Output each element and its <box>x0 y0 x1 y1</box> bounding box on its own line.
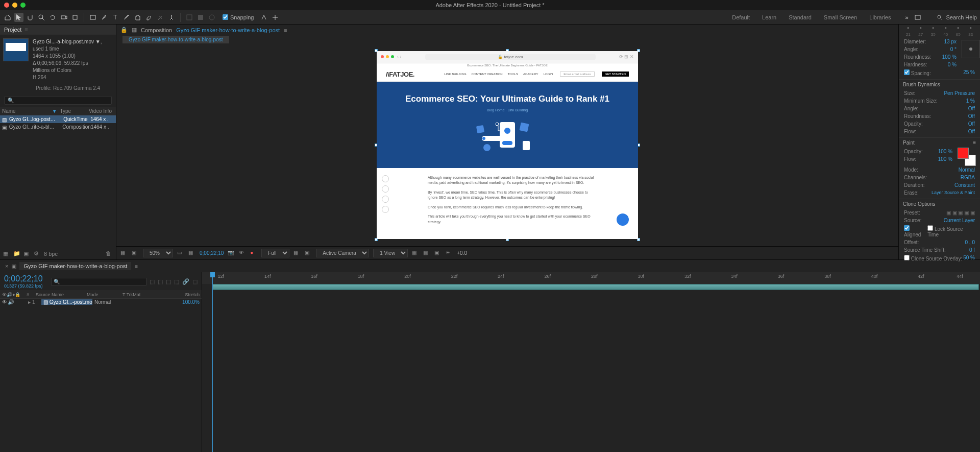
channel-icon[interactable]: ▦ <box>188 250 195 257</box>
col-type[interactable]: Type <box>60 108 89 114</box>
dyn-size-value[interactable]: Pen Pressure <box>944 90 975 96</box>
fast-preview-icon[interactable]: ▦ <box>412 250 419 257</box>
roi-icon[interactable]: ▣ <box>132 250 139 257</box>
hardness-value[interactable]: 0 % <box>948 62 957 67</box>
tl-option-icon[interactable]: ⬚ <box>192 278 198 285</box>
resolution-select[interactable]: Full <box>261 249 289 257</box>
camera-tool[interactable] <box>59 13 68 22</box>
sort-indicator[interactable]: ▼ <box>52 108 60 114</box>
paint-opacity-value[interactable]: 100 % <box>938 149 952 154</box>
panel-menu-icon[interactable]: ≡ <box>24 27 28 33</box>
camera-select[interactable]: Active Camera <box>316 249 369 257</box>
mask-mode-icon-2[interactable] <box>196 13 205 22</box>
video-toggle[interactable]: 👁 <box>2 299 7 305</box>
twirl-icon[interactable]: ▸ <box>28 299 31 305</box>
close-window[interactable] <box>4 3 9 8</box>
workspace-reset-icon[interactable] <box>913 13 922 22</box>
layer-source[interactable]: ▧ Gyzo GI...-post.mov <box>41 299 92 305</box>
layer-stretch[interactable]: 100.0% <box>169 299 200 305</box>
layer-mode[interactable]: Normal <box>92 299 128 305</box>
panel-menu-icon[interactable]: ≡ <box>284 27 287 33</box>
pan-behind-tool[interactable] <box>70 13 80 22</box>
audio-toggle[interactable]: 🔊 <box>8 299 14 305</box>
canvas-selection[interactable]: ‹ › 🔒 fatjoe.com ⟳ ⊞ ✕ Ecommerce SEO: Th… <box>377 51 638 239</box>
views-select[interactable]: 1 View <box>373 249 408 257</box>
dyn-minsize-value[interactable]: 1 % <box>966 98 975 104</box>
spacing-toggle[interactable]: Spacing: <box>904 69 931 76</box>
comp-crumb-item[interactable]: Gyzo GIF maker-how-to-write-a-blog-post <box>122 36 229 43</box>
maximize-window[interactable] <box>20 3 26 8</box>
dyn-opacity-value[interactable]: Off <box>968 121 975 127</box>
stretch-header[interactable]: Stretch <box>169 292 200 297</box>
3d-icon[interactable]: ▣ <box>305 250 312 257</box>
tl-option-icon[interactable]: ⬚ <box>174 278 179 285</box>
color-mgmt-icon[interactable]: ● <box>250 250 257 257</box>
color-swatches[interactable] <box>958 148 976 166</box>
panel-menu-icon[interactable]: ≡ <box>134 263 137 269</box>
brush-tool[interactable] <box>122 13 131 22</box>
workspace-standard[interactable]: Standard <box>789 14 812 20</box>
hand-tool[interactable] <box>26 13 35 22</box>
selection-tool[interactable] <box>14 13 23 22</box>
clone-preset-icons[interactable]: ▣ ▣ ▣ ▣ ▣ <box>946 210 975 216</box>
tl-option-icon[interactable]: ⬚ <box>150 278 155 285</box>
col-vinfo[interactable]: Video Info <box>89 108 114 114</box>
exposure-icon[interactable]: ☀ <box>446 250 453 257</box>
project-tab[interactable]: Project ≡ <box>0 25 116 35</box>
clone-offset-value[interactable]: 0 , 0 <box>965 240 975 245</box>
comp-name[interactable]: Gyzo GIF maker-how-to-write-a-blog-post <box>176 27 280 33</box>
new-folder-icon[interactable]: 📁 <box>13 250 20 257</box>
resolution-icon[interactable]: ▭ <box>177 250 184 257</box>
roundness-value[interactable]: 100 % <box>942 54 957 60</box>
clone-source-value[interactable]: Current Layer <box>944 218 975 223</box>
source-header[interactable]: Source Name <box>36 292 87 297</box>
paint-mode-value[interactable]: Normal <box>959 167 975 173</box>
roto-brush-tool[interactable] <box>156 13 165 22</box>
dyn-flow-value[interactable]: Off <box>968 129 975 134</box>
guides-icon[interactable]: ▣ <box>434 250 442 257</box>
viewer[interactable]: ‹ › 🔒 fatjoe.com ⟳ ⊞ ✕ Ecommerce SEO: Th… <box>116 43 898 246</box>
grid-icon[interactable]: ▦ <box>423 250 430 257</box>
eraser-tool[interactable] <box>144 13 154 22</box>
search-help[interactable]: Search Help <box>937 14 977 20</box>
spacing-value[interactable]: 25 % <box>963 69 975 76</box>
puppet-tool[interactable] <box>167 13 176 22</box>
workspace-overflow-icon[interactable]: » <box>902 13 911 22</box>
paint-channels-value[interactable]: RGBA <box>961 175 975 180</box>
layer-track[interactable] <box>202 283 980 291</box>
clone-stamp-tool[interactable] <box>133 13 142 22</box>
lock-icon[interactable]: 🔒 <box>120 27 128 33</box>
playhead[interactable] <box>212 272 213 452</box>
mask-mode-icon-3[interactable] <box>207 13 216 22</box>
asset-thumbnail[interactable] <box>3 38 29 61</box>
foreground-color[interactable] <box>958 148 969 159</box>
workspace-default[interactable]: Default <box>732 14 750 20</box>
bpc-label[interactable]: 8 bpc <box>44 251 58 257</box>
exposure-value[interactable]: +0.0 <box>457 250 467 256</box>
timeline-tab[interactable]: × ▣ Gyzo GIF maker-how-to-write-a-blog-p… <box>0 260 980 272</box>
text-tool[interactable]: T <box>111 13 120 22</box>
tl-option-icon[interactable]: ⬚ <box>166 278 171 285</box>
snap-option-icon-2[interactable] <box>271 13 280 22</box>
minimize-window[interactable] <box>12 3 17 8</box>
mode-header[interactable]: Mode <box>87 292 122 297</box>
rect-tool[interactable] <box>88 13 97 22</box>
snapshot-icon[interactable]: 📷 <box>228 250 235 257</box>
transparency-icon[interactable]: ▦ <box>293 250 301 257</box>
delete-icon[interactable]: 🗑 <box>106 250 113 257</box>
snapping-toggle[interactable]: Snapping <box>223 14 254 20</box>
tl-option-icon[interactable]: 🔗 <box>182 278 189 285</box>
mask-mode-icon[interactable] <box>185 13 194 22</box>
trkmat-header[interactable]: TrkMat <box>127 292 141 297</box>
workspace-small-screen[interactable]: Small Screen <box>824 14 857 20</box>
timeline-search-input[interactable] <box>51 278 146 286</box>
dyn-roundness-value[interactable]: Off <box>968 113 975 119</box>
zoom-tool[interactable] <box>37 13 46 22</box>
show-snapshot-icon[interactable]: 👁 <box>239 250 246 257</box>
panel-menu-icon[interactable]: ≡ <box>973 140 976 146</box>
render-queue-icon[interactable]: × <box>5 263 8 269</box>
current-time[interactable]: 0;00;22;10 <box>200 250 224 256</box>
new-comp-icon[interactable]: ▣ <box>23 250 31 257</box>
flowchart-icon[interactable]: ▦ <box>132 27 137 33</box>
interpret-footage-icon[interactable]: ▦ <box>3 250 10 257</box>
